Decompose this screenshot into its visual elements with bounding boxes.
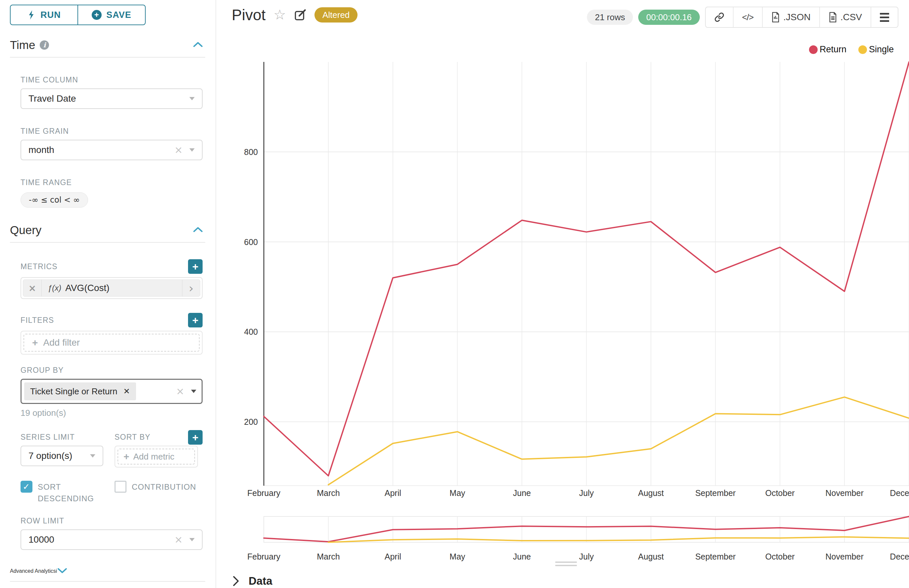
- series-limit-select[interactable]: 7 option(s): [21, 446, 103, 466]
- preview-tick-label: March: [317, 552, 340, 561]
- advanced-analytics-title: Advanced Analytics: [10, 568, 56, 574]
- time-column-value: Travel Date: [29, 94, 189, 104]
- add-filter-placeholder: Add filter: [44, 338, 80, 348]
- contribution-label: CONTRIBUTION: [132, 481, 196, 504]
- x-axis-tick-label: February: [247, 488, 281, 498]
- x-axis-tick-label: October: [765, 488, 795, 498]
- y-axis-tick-label: 600: [244, 237, 258, 247]
- preview-tick-label: October: [765, 552, 795, 561]
- run-save-button-group: RUN + SAVE: [10, 5, 146, 25]
- panel-resize-handle[interactable]: [555, 562, 577, 566]
- chevron-up-icon[interactable]: [193, 41, 203, 49]
- query-section-title: Query: [10, 223, 41, 237]
- preview-tick-label: August: [638, 552, 664, 561]
- json-file-icon: [771, 12, 780, 23]
- preview-tick-label: April: [385, 552, 401, 561]
- x-axis-tick-label: June: [513, 488, 531, 498]
- favorite-star-icon[interactable]: ☆: [273, 8, 286, 22]
- contribution-checkbox[interactable]: CONTRIBUTION: [115, 481, 196, 504]
- embed-code-button[interactable]: </>: [733, 7, 762, 27]
- chart-header: Pivot ☆ Altered: [232, 6, 357, 24]
- row-count-badge: 21 rows: [587, 10, 633, 25]
- query-section-header[interactable]: Query: [10, 223, 205, 243]
- metric-value: AVG(Cost): [65, 283, 109, 293]
- edit-properties-icon[interactable]: [294, 9, 307, 21]
- x-axis-tick-label: December: [890, 488, 909, 498]
- time-section-header[interactable]: Time i: [10, 39, 205, 58]
- add-sort-metric-dropzone[interactable]: + Add metric: [118, 449, 195, 465]
- x-axis-tick-label: July: [579, 488, 594, 498]
- code-icon: </>: [742, 12, 754, 23]
- row-limit-select[interactable]: 10000 ×: [21, 530, 203, 550]
- export-csv-label: .CSV: [841, 12, 862, 23]
- chevron-right-icon[interactable]: ›: [182, 280, 200, 296]
- x-axis-tick-label: May: [449, 488, 465, 498]
- function-icon: ƒ(x): [48, 283, 61, 293]
- chart-panel: Pivot ☆ Altered 21 rows 00:00:00.16 </> …: [217, 0, 909, 588]
- add-sort-metric-button[interactable]: +: [188, 430, 203, 445]
- metrics-control: × ƒ(x) AVG(Cost) ›: [21, 277, 203, 299]
- altered-badge[interactable]: Altered: [315, 7, 357, 23]
- plus-circle-icon: +: [92, 10, 102, 20]
- save-button-label: SAVE: [106, 10, 131, 20]
- row-limit-label: ROW LIMIT: [21, 517, 203, 525]
- save-button[interactable]: + SAVE: [77, 5, 145, 24]
- preview-tick-label: February: [247, 552, 281, 561]
- time-section-body: TIME COLUMN Travel Date TIME GRAIN month…: [10, 76, 203, 208]
- group-by-tag[interactable]: Ticket Single or Return ✕: [24, 383, 136, 400]
- caret-down-icon: [191, 390, 196, 393]
- checkbox-checked-icon: ✓: [21, 481, 32, 493]
- preview-tick-label: May: [449, 552, 465, 561]
- link-icon: [714, 12, 724, 22]
- time-grain-label: TIME GRAIN: [21, 127, 203, 136]
- export-json-button[interactable]: .JSON: [762, 7, 819, 27]
- plus-icon: +: [123, 451, 129, 462]
- caret-down-icon: [189, 97, 195, 100]
- run-button[interactable]: RUN: [11, 5, 77, 24]
- export-json-label: .JSON: [783, 12, 811, 23]
- time-column-select[interactable]: Travel Date: [21, 89, 203, 109]
- preview-tick-label: July: [579, 552, 594, 561]
- x-axis-tick-label: November: [825, 488, 863, 498]
- info-icon: i: [40, 40, 49, 50]
- time-grain-select[interactable]: month ×: [21, 140, 203, 160]
- sort-by-control: + Add metric: [115, 446, 198, 467]
- x-axis-tick-label: September: [695, 488, 736, 498]
- time-range-brush[interactable]: [264, 515, 909, 544]
- time-range-pill[interactable]: -∞ ≤ col < ∞: [21, 192, 88, 208]
- series-limit-value: 7 option(s): [29, 451, 90, 461]
- group-by-select[interactable]: Ticket Single or Return ✕ ×: [21, 379, 203, 404]
- series-limit-label: SERIES LIMIT: [21, 433, 115, 442]
- y-axis-tick-label: 200: [244, 417, 258, 426]
- sort-descending-checkbox[interactable]: ✓ SORT DESCENDING: [21, 481, 115, 504]
- advanced-analytics-header[interactable]: Advanced Analytics i: [10, 567, 205, 582]
- data-panel-toggle[interactable]: Data: [232, 575, 273, 587]
- time-grain-value: month: [29, 145, 174, 155]
- sort-descending-label: SORT DESCENDING: [38, 481, 101, 504]
- export-csv-button[interactable]: .CSV: [819, 7, 870, 27]
- lightning-icon: [27, 10, 36, 20]
- preview-tick-label: December: [890, 552, 909, 561]
- chevron-up-icon[interactable]: [193, 226, 203, 234]
- more-options-button[interactable]: [870, 7, 898, 27]
- add-filter-button[interactable]: +: [188, 313, 203, 328]
- remove-metric-icon[interactable]: ×: [23, 280, 42, 296]
- preview-tick-label: September: [695, 552, 736, 561]
- chart-title: Pivot: [232, 6, 265, 24]
- caret-down-icon: [189, 148, 195, 152]
- remove-tag-icon[interactable]: ✕: [123, 387, 130, 396]
- x-axis-tick-label: August: [638, 488, 664, 498]
- row-limit-value: 10000: [29, 535, 174, 545]
- metric-pill[interactable]: × ƒ(x) AVG(Cost) ›: [23, 279, 200, 297]
- add-filter-dropzone[interactable]: + Add filter: [24, 334, 200, 352]
- group-by-options-hint: 19 option(s): [21, 408, 203, 418]
- chevron-down-icon[interactable]: [57, 567, 68, 575]
- line-chart-canvas: 200400600800FebruaryFebruaryMarchMarchAp…: [217, 43, 909, 588]
- clear-icon[interactable]: ×: [174, 535, 183, 544]
- x-axis-tick-label: March: [317, 488, 340, 498]
- clear-icon[interactable]: ×: [176, 386, 184, 396]
- clear-icon[interactable]: ×: [174, 145, 183, 155]
- add-metric-button[interactable]: +: [188, 259, 203, 274]
- copy-link-button[interactable]: [706, 7, 733, 27]
- control-panel: RUN + SAVE Time i TIME COLUMN Travel Dat…: [0, 0, 216, 588]
